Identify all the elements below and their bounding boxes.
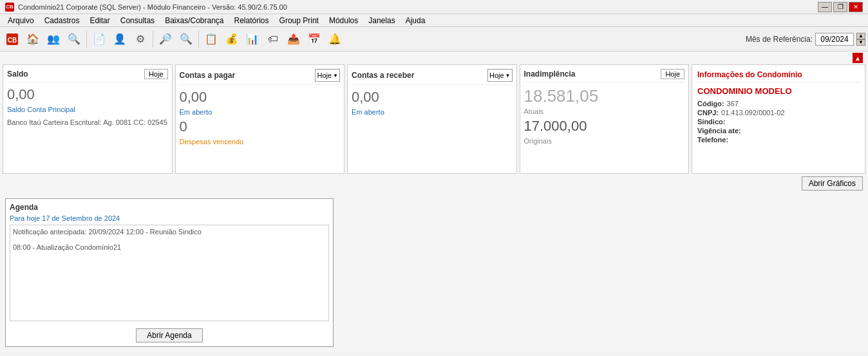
contas-pagar-value: 0,00 <box>180 89 341 106</box>
toolbar-notify-button[interactable]: 🔔 <box>325 30 344 49</box>
info-condominio-card: Informações do Condomínio CONDOMINIO MOD… <box>692 64 865 174</box>
title-text: Condomínio21 Corporate (SQL Server) - Mó… <box>18 3 287 11</box>
scroll-up-button[interactable]: ▲ <box>853 53 863 63</box>
saldo-title: Saldo <box>7 70 28 79</box>
toolbar-person-button[interactable]: 👤 <box>110 30 129 49</box>
agenda-section: Agenda Para hoje 17 de Setembro de 2024 … <box>5 198 334 347</box>
contas-receber-filter-arrow: ▼ <box>505 73 511 79</box>
contas-receber-card: Contas a receber Hoje ▼ 0,00 Em aberto <box>347 64 517 174</box>
mes-ref-up[interactable]: ▲ <box>856 33 865 39</box>
toolbar-home-button[interactable]: CB <box>3 30 22 49</box>
inadimplencia-atuais-label: Atuais <box>524 108 685 115</box>
mes-ref-spinner[interactable]: ▲ ▼ <box>856 33 865 46</box>
menu-relatorios[interactable]: Relatórios <box>229 15 274 26</box>
inadimplencia-originais-label: Originais <box>524 137 685 145</box>
toolbar-home2-button[interactable]: 🏠 <box>23 30 42 49</box>
agenda-title: Agenda <box>10 203 329 212</box>
app-icon: CB <box>5 3 14 12</box>
contas-pagar-filter-label: Hoje <box>317 71 332 79</box>
contas-pagar-despesas-label: Despesas vencendo <box>180 138 341 145</box>
toolbar-money-button[interactable]: 💰 <box>222 30 241 49</box>
menu-bar: Arquivo Cadastros Editar Consultas Baixa… <box>0 14 868 27</box>
toolbar-settings-button[interactable]: ⚙ <box>131 30 150 49</box>
abrir-agenda-button[interactable]: Abrir Agenda <box>136 328 202 342</box>
menu-cadastros[interactable]: Cadastros <box>39 15 85 26</box>
menu-consultas[interactable]: Consultas <box>115 15 160 26</box>
toolbar-transfer-button[interactable]: 📤 <box>284 30 303 49</box>
condominio-nome: CONDOMINIO MODELO <box>697 86 860 96</box>
svg-text:CB: CB <box>8 37 17 44</box>
window-controls: — ❐ ✕ <box>818 2 863 12</box>
inadimplencia-value-originais: 17.000,00 <box>524 118 685 135</box>
contas-receber-filter-label: Hoje <box>489 71 504 79</box>
toolbar-searchperson-button[interactable]: 🔍 <box>64 30 84 49</box>
inadimplencia-filter[interactable]: Hoje <box>661 69 684 79</box>
contas-receber-title: Contas a receber <box>352 71 414 80</box>
codigo-value: 367 <box>727 100 739 108</box>
toolbar-report-button[interactable]: 📊 <box>243 30 262 49</box>
inadimplencia-title: Inadimplência <box>524 70 576 79</box>
menu-janelas[interactable]: Janelas <box>363 15 400 26</box>
toolbar-users-button[interactable]: 👥 <box>44 30 63 49</box>
contas-pagar-despesas-value: 0 <box>180 118 341 135</box>
vigencia-label: Vigência ate: <box>697 127 741 135</box>
agenda-date: Para hoje 17 de Setembro de 2024 <box>10 214 329 222</box>
inadimplencia-card: Inadimplência Hoje 18.581,05 Atuais 17.0… <box>520 64 690 174</box>
saldo-card: Saldo Hoje 0,00 Saldo Conta Principal Ba… <box>3 64 173 174</box>
contas-receber-emaberto: Em aberto <box>352 108 513 116</box>
toolbar-search2-button[interactable]: 🔎 <box>156 30 175 49</box>
toolbar-tag-button[interactable]: 🏷 <box>263 30 283 49</box>
contas-receber-filter[interactable]: Hoje ▼ <box>487 69 513 82</box>
contas-pagar-title: Contas a pagar <box>180 71 236 80</box>
toolbar-calendar-button[interactable]: 📅 <box>305 30 324 49</box>
toolbar-search3-button[interactable]: 🔍 <box>176 30 196 49</box>
agenda-text[interactable] <box>10 225 329 321</box>
contas-receber-value: 0,00 <box>352 89 513 106</box>
sindico-label: Síndico: <box>697 118 725 126</box>
contas-pagar-card: Contas a pagar Hoje ▼ 0,00 Em aberto 0 D… <box>175 64 345 174</box>
telefone-label: Telefone: <box>697 136 728 144</box>
mes-ref-input[interactable] <box>815 33 854 46</box>
toolbar-file-button[interactable]: 📄 <box>90 30 109 49</box>
mes-ref-down[interactable]: ▼ <box>856 39 865 46</box>
toolbar-doc-button[interactable]: 📋 <box>202 30 221 49</box>
menu-groupprint[interactable]: Group Print <box>274 15 324 26</box>
menu-modulos[interactable]: Módulos <box>324 15 363 26</box>
saldo-value: 0,00 <box>7 86 168 103</box>
menu-baixas[interactable]: Baixas/Cobrança <box>160 15 229 26</box>
cnpj-value: 01.413.092/0001-02 <box>721 109 784 117</box>
toolbar: CB 🏠 👥 🔍 📄 👤 ⚙ 🔎 🔍 📋 💰 📊 🏷 📤 📅 🔔 Mês de … <box>0 27 868 52</box>
saldo-sublabel: Saldo Conta Principal <box>7 106 168 113</box>
contas-pagar-filter[interactable]: Hoje ▼ <box>315 69 340 82</box>
contas-pagar-filter-arrow: ▼ <box>333 73 338 79</box>
contas-pagar-emaberto: Em aberto <box>180 108 341 116</box>
cnpj-label: CNPJ: <box>697 109 719 117</box>
abrir-graficos-button[interactable]: Abrir Gráficos <box>802 176 863 191</box>
codigo-label: Código: <box>697 100 724 108</box>
saldo-bank-info: Banco Itaú Carteira Escritural: Ag. 0081… <box>7 118 168 126</box>
inadimplencia-value-atuais: 18.581,05 <box>524 86 685 106</box>
menu-arquivo[interactable]: Arquivo <box>3 15 39 26</box>
menu-ajuda[interactable]: Ajuda <box>401 15 431 26</box>
saldo-filter[interactable]: Hoje <box>144 69 168 79</box>
mes-ref-label: Mês de Referência: <box>746 35 813 44</box>
menu-editar[interactable]: Editar <box>84 15 115 26</box>
close-button[interactable]: ✕ <box>849 2 863 12</box>
title-bar: CB Condomínio21 Corporate (SQL Server) -… <box>0 0 868 14</box>
minimize-button[interactable]: — <box>818 2 832 12</box>
info-condominio-title: Informações do Condomínio <box>697 70 802 79</box>
restore-button[interactable]: ❐ <box>833 2 847 12</box>
